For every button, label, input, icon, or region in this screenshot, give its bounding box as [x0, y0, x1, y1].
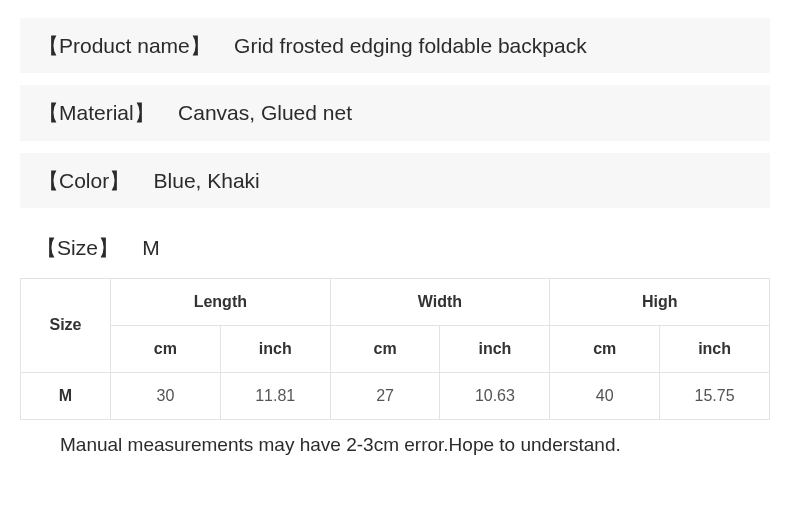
product-name-label: 【Product name】: [38, 34, 211, 57]
color-label: 【Color】: [38, 169, 130, 192]
cell-high-inch: 15.75: [660, 372, 770, 419]
unit-header: cm: [330, 325, 440, 372]
product-name-value: Grid frosted edging foldable backpack: [234, 34, 587, 57]
material-label: 【Material】: [38, 101, 155, 124]
cell-length-cm: 30: [111, 372, 221, 419]
cell-width-cm: 27: [330, 372, 440, 419]
size-table: Size Length Width High cm inch cm inch c…: [20, 278, 770, 420]
unit-header: cm: [111, 325, 221, 372]
table-row: M 30 11.81 27 10.63 40 15.75: [21, 372, 770, 419]
product-name-row: 【Product name】 Grid frosted edging folda…: [20, 18, 770, 73]
size-header-row: 【Size】 M: [20, 220, 770, 276]
cell-length-inch: 11.81: [220, 372, 330, 419]
group-header-width: Width: [330, 278, 550, 325]
measurement-note: Manual measurements may have 2-3cm error…: [20, 420, 770, 456]
size-header-label: 【Size】: [36, 236, 119, 259]
unit-header: inch: [660, 325, 770, 372]
unit-header: cm: [550, 325, 660, 372]
row-size-label: M: [21, 372, 111, 419]
table-header-row-2: cm inch cm inch cm inch: [21, 325, 770, 372]
group-header-length: Length: [111, 278, 331, 325]
size-header-value: M: [142, 236, 160, 259]
cell-width-inch: 10.63: [440, 372, 550, 419]
unit-header: inch: [220, 325, 330, 372]
table-header-row-1: Size Length Width High: [21, 278, 770, 325]
color-row: 【Color】 Blue, Khaki: [20, 153, 770, 208]
material-value: Canvas, Glued net: [178, 101, 352, 124]
cell-high-cm: 40: [550, 372, 660, 419]
group-header-high: High: [550, 278, 770, 325]
color-value: Blue, Khaki: [154, 169, 260, 192]
unit-header: inch: [440, 325, 550, 372]
size-col-header: Size: [21, 278, 111, 372]
material-row: 【Material】 Canvas, Glued net: [20, 85, 770, 140]
